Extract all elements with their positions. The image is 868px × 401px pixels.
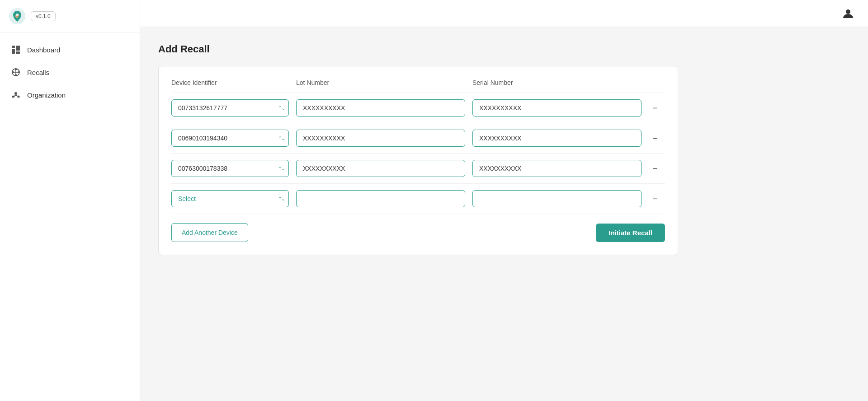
- device-identifier-select-wrapper-1: 00733132617777 00690103194340 0076300017…: [171, 99, 289, 117]
- sidebar-nav: Dashboard Recalls: [0, 33, 140, 112]
- svg-point-14: [18, 96, 20, 98]
- device-identifier-select-wrapper-4: Select 00733132617777 00690103194340 007…: [171, 190, 289, 207]
- col-header-device: Device Identifier: [171, 79, 289, 86]
- svg-rect-2: [12, 49, 15, 54]
- sidebar-item-recalls-label: Recalls: [27, 69, 49, 76]
- device-row: 00763000178338 00733132617777 0069010319…: [171, 154, 665, 184]
- sidebar-item-organization[interactable]: Organization: [0, 84, 140, 106]
- svg-point-13: [12, 96, 14, 98]
- serial-number-input-3[interactable]: [472, 160, 642, 177]
- add-recall-form: Device Identifier Lot Number Serial Numb…: [158, 66, 678, 255]
- device-identifier-select-1[interactable]: 00733132617777 00690103194340 0076300017…: [171, 99, 289, 117]
- serial-number-input-2[interactable]: [472, 130, 642, 147]
- organization-icon: [11, 90, 21, 100]
- svg-rect-3: [16, 46, 20, 51]
- svg-point-9: [15, 74, 17, 76]
- device-identifier-select-wrapper-3: 00763000178338 00733132617777 0069010319…: [171, 160, 289, 177]
- top-bar: [140, 0, 868, 27]
- page-title: Add Recall: [158, 43, 850, 55]
- remove-row-button-3[interactable]: −: [649, 162, 661, 175]
- initiate-recall-button[interactable]: Initiate Recall: [596, 224, 665, 242]
- add-another-device-button[interactable]: Add Another Device: [171, 223, 248, 242]
- svg-point-8: [18, 71, 19, 73]
- lot-number-input-4[interactable]: [296, 190, 465, 207]
- sidebar-item-dashboard-label: Dashboard: [27, 46, 60, 54]
- svg-point-15: [846, 9, 850, 14]
- remove-row-button-4[interactable]: −: [649, 192, 661, 205]
- version-badge: v0.1.0: [31, 11, 56, 21]
- svg-point-12: [14, 92, 17, 95]
- table-header: Device Identifier Lot Number Serial Numb…: [171, 79, 665, 93]
- sidebar-item-organization-label: Organization: [27, 91, 66, 99]
- col-header-serial: Serial Number: [472, 79, 642, 86]
- sidebar: v0.1.0 Dashboard: [0, 0, 140, 401]
- lot-number-input-2[interactable]: [296, 130, 465, 147]
- svg-rect-1: [12, 46, 15, 48]
- sidebar-item-dashboard[interactable]: Dashboard: [0, 38, 140, 61]
- device-row: 00733132617777 00690103194340 0076300017…: [171, 93, 665, 123]
- lot-number-input-1[interactable]: [296, 99, 465, 117]
- sidebar-header: v0.1.0: [0, 0, 140, 33]
- main-area: Add Recall Device Identifier Lot Number …: [140, 0, 868, 401]
- svg-rect-4: [16, 51, 20, 54]
- col-header-lot: Lot Number: [296, 79, 465, 86]
- user-avatar[interactable]: [841, 6, 855, 21]
- device-row: 00690103194340 00733132617777 0076300017…: [171, 123, 665, 154]
- form-footer: Add Another Device Initiate Recall: [171, 223, 665, 242]
- app-logo: [9, 8, 25, 24]
- svg-point-7: [15, 69, 17, 70]
- serial-number-input-1[interactable]: [472, 99, 642, 117]
- device-identifier-select-2[interactable]: 00690103194340 00733132617777 0076300017…: [171, 130, 289, 147]
- device-identifier-select-3[interactable]: 00763000178338 00733132617777 0069010319…: [171, 160, 289, 177]
- remove-row-button-2[interactable]: −: [649, 132, 661, 145]
- recalls-icon: [11, 67, 21, 77]
- svg-point-6: [12, 71, 14, 73]
- lot-number-input-3[interactable]: [296, 160, 465, 177]
- device-identifier-select-wrapper-2: 00690103194340 00733132617777 0076300017…: [171, 130, 289, 147]
- content-area: Add Recall Device Identifier Lot Number …: [140, 27, 868, 401]
- remove-row-button-1[interactable]: −: [649, 102, 661, 114]
- sidebar-item-recalls[interactable]: Recalls: [0, 61, 140, 84]
- serial-number-input-4[interactable]: [472, 190, 642, 207]
- device-row: Select 00733132617777 00690103194340 007…: [171, 184, 665, 214]
- device-identifier-select-4[interactable]: Select 00733132617777 00690103194340 007…: [171, 190, 289, 207]
- dashboard-icon: [11, 45, 21, 55]
